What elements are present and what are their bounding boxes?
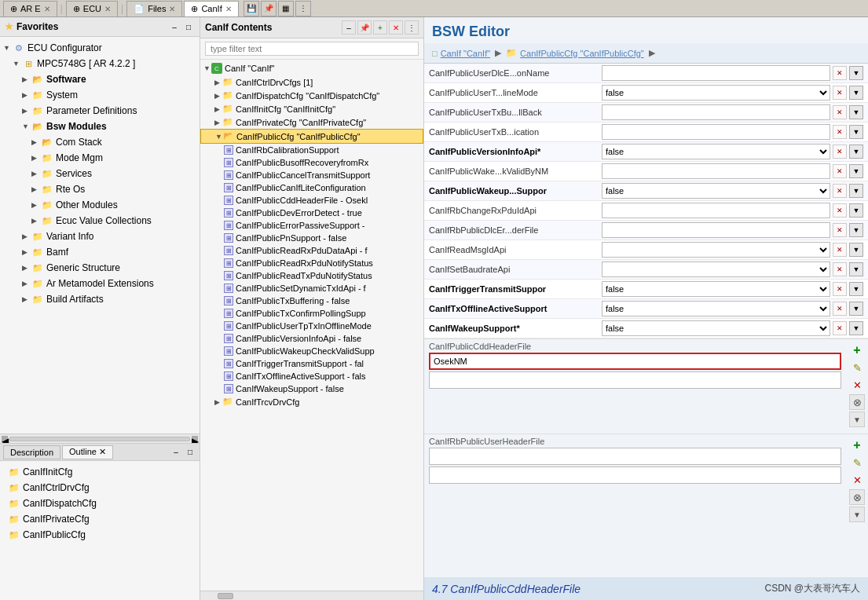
prop-version-select[interactable]: false true <box>602 144 830 159</box>
scroll-right[interactable]: ▶ <box>192 436 198 442</box>
prop-version-clear[interactable]: ✕ <box>833 145 847 159</box>
outline-item-4[interactable]: 📁 CanIfPrivateCfg <box>5 511 195 527</box>
prop-wakeup-valid-input[interactable] <box>602 163 830 179</box>
tab-ecu-close[interactable]: ✕ <box>104 5 111 13</box>
mid-private[interactable]: ▶ 📁 CanIfPrivateCfg "CanIfPrivateCfg" <box>200 115 423 129</box>
mid-tx-confirm[interactable]: ⊞ CanIfPublicTxConfirmPollingSupp <box>200 307 423 320</box>
scroll-thumb[interactable] <box>218 593 233 599</box>
prop-wakeup-clear[interactable]: ✕ <box>833 321 847 335</box>
tree-mpc[interactable]: ▼ ⊞ MPC5748G [ AR 4.2.2 ] <box>0 56 200 71</box>
tab-canif[interactable]: ⊕ CanIf ✕ <box>184 1 238 16</box>
mid-init-cfg[interactable]: ▶ 📁 CanIfInitCfg "CanIfInitCfg" <box>200 102 423 115</box>
mid-wakeup-support[interactable]: ⊞ CanIfWakeupSupport - false <box>200 382 423 395</box>
left-scrollbar[interactable]: ◀ ▶ <box>0 434 200 443</box>
prop-read-msg-clear[interactable]: ✕ <box>833 243 847 257</box>
mid-dev-error[interactable]: ⊞ CanIfPublicDevErrorDetect - true <box>200 207 423 219</box>
scroll-left[interactable]: ◀ <box>2 436 8 442</box>
mid-dispatch[interactable]: ▶ 📁 CanIfDispatchCfg "CanIfDispatchCfg" <box>200 89 423 102</box>
rb-add-btn[interactable]: + <box>849 437 865 453</box>
prop-version-down[interactable]: ▼ <box>849 145 863 159</box>
prop-wakeup-suppor-select[interactable]: false true <box>602 183 830 199</box>
mid-pn-support[interactable]: ⊞ CanIfPublicPnSupport - false <box>200 232 423 244</box>
mid-del-btn[interactable]: ✕ <box>389 20 403 35</box>
tree-generic[interactable]: ▶ 📁 Generic Structure <box>0 260 200 276</box>
toolbar-more[interactable]: ⋮ <box>295 1 311 16</box>
tree-other-modules[interactable]: ▶ 📁 Other Modules <box>0 197 200 213</box>
tree-variant[interactable]: ▶ 📁 Variant Info <box>0 229 200 244</box>
mid-pin-btn[interactable]: 📌 <box>357 20 372 35</box>
prop-read-msg-select[interactable]: false true <box>602 242 830 258</box>
prop-linemode-down[interactable]: ▼ <box>849 86 863 100</box>
prop-wakeup-down[interactable]: ▼ <box>849 321 863 335</box>
tree-mode-mgm[interactable]: ▶ 📁 Mode Mgm <box>0 150 200 166</box>
mid-lite-cfg[interactable]: ⊞ CanIfPublicCanIfLiteConfiguration <box>200 181 423 194</box>
mid-ctrl-drv[interactable]: ▶ 📁 CanIfCtrlDrvCfgs [1] <box>200 75 423 89</box>
toolbar-view[interactable]: ▦ <box>278 1 294 16</box>
mid-add-btn[interactable]: + <box>373 20 387 35</box>
mid-canif-root[interactable]: ▼ C CanIf "CanIf" <box>200 61 423 75</box>
cdd-down-btn[interactable]: ▼ <box>849 412 865 427</box>
mid-user-tp[interactable]: ⊞ CanIfPublicUserTpTxInOfflineMode <box>200 320 423 332</box>
prop-trigger-tx-down[interactable]: ▼ <box>849 282 863 296</box>
tree-param-defs[interactable]: ▶ 📁 Parameter Definitions <box>0 103 200 119</box>
mid-tx-offline[interactable]: ⊞ CanIfTxOfflineActiveSupport - fals <box>200 370 423 382</box>
rb-opt-btn[interactable]: ⊗ <box>849 489 865 505</box>
prop-trigger-tx-clear[interactable]: ✕ <box>833 282 847 296</box>
tab-are-close[interactable]: ✕ <box>44 5 50 13</box>
mid-cdd-header[interactable]: ⊞ CanIfPublicCddHeaderFile - Osekl <box>200 194 423 207</box>
mid-cancel[interactable]: ⊞ CanIfPublicCancelTransmitSupport <box>200 169 423 181</box>
tree-ecu-configurator[interactable]: ▼ ⚙ ECU Configurator <box>0 40 200 56</box>
rb-down-btn[interactable]: ▼ <box>849 507 865 522</box>
prop-rb-change-down[interactable]: ▼ <box>849 203 863 218</box>
prop-wakeup-suppor-down[interactable]: ▼ <box>849 184 863 198</box>
toolbar-save[interactable]: 💾 <box>244 1 259 16</box>
prop-rb-dlc-clear[interactable]: ✕ <box>833 223 847 237</box>
outline-item-3[interactable]: 📁 CanIfDispatchCfg <box>5 496 195 511</box>
prop-read-msg-down[interactable]: ▼ <box>849 243 863 257</box>
tab-ecu[interactable]: ⊕ ECU ✕ <box>66 1 118 16</box>
mid-read-rx-data[interactable]: ⊞ CanIfPublicReadRxPduDataApi - f <box>200 244 423 257</box>
cdd-opt-btn[interactable]: ⊗ <box>849 394 865 410</box>
mid-busoff[interactable]: ⊞ CanIfPublicBusoffRecoveryfromRx <box>200 156 423 169</box>
minimize-icon[interactable]: – <box>168 20 181 33</box>
tree-system[interactable]: ▶ 📁 System <box>0 87 200 103</box>
bc-canif[interactable]: CanIf "CanIf" <box>441 49 490 58</box>
panel-min-icon[interactable]: – <box>170 446 182 459</box>
prop-set-baud-down[interactable]: ▼ <box>849 262 863 276</box>
outline-item-2[interactable]: 📁 CanIfCtrlDrvCfg <box>5 480 195 496</box>
cdd-edit-btn[interactable]: ✎ <box>849 360 865 375</box>
mid-public-cfg[interactable]: ▼ 📂 CanIfPublicCfg "CanIfPublicCfg" <box>200 129 423 144</box>
prop-linemode-clear[interactable]: ✕ <box>833 86 847 100</box>
tab-files[interactable]: 📄 Files ✕ <box>126 1 182 16</box>
section-cdd-value2-input[interactable] <box>429 371 841 389</box>
rb-del-btn[interactable]: ✕ <box>849 472 865 488</box>
mid-rb-calib[interactable]: ⊞ CanIfRbCalibrationSupport <box>200 144 423 156</box>
cdd-add-btn[interactable]: + <box>849 342 865 358</box>
prop-rb-dlc-down[interactable]: ▼ <box>849 223 863 237</box>
section-cdd-value1-input[interactable] <box>429 353 841 370</box>
mid-wakeup-check[interactable]: ⊞ CanIfPublicWakeupCheckValidSupp <box>200 345 423 357</box>
mid-version-info[interactable]: ⊞ CanIfPublicVersionInfoApi - false <box>200 332 423 345</box>
prop-rb-change-input[interactable] <box>602 203 830 218</box>
prop-tx-offline-clear[interactable]: ✕ <box>833 302 847 316</box>
tree-software[interactable]: ▶ 📂 Software <box>0 71 200 87</box>
prop-txbu-down[interactable]: ▼ <box>849 105 863 119</box>
mid-trigger-tx[interactable]: ⊞ CanIfTriggerTransmitSupport - fal <box>200 357 423 370</box>
tree-build[interactable]: ▶ 📁 Build Artifacts <box>0 291 200 307</box>
prop-txb-clear[interactable]: ✕ <box>833 125 847 139</box>
prop-wakeup-valid-down[interactable]: ▼ <box>849 164 863 178</box>
mid-read-tx-notify[interactable]: ⊞ CanIfPublicReadTxPduNotifyStatus <box>200 269 423 282</box>
rb-edit-btn[interactable]: ✎ <box>849 455 865 470</box>
mid-dyn-txid[interactable]: ⊞ CanIfPublicSetDynamicTxIdApi - f <box>200 282 423 295</box>
mid-tx-buffering[interactable]: ⊞ CanIfPublicTxBuffering - false <box>200 295 423 307</box>
cdd-del-btn[interactable]: ✕ <box>849 377 865 393</box>
tree-ecuc[interactable]: ▶ 📁 Ecuc Value Collections <box>0 213 200 229</box>
outline-item-5[interactable]: 📁 CanIfPublicCfg <box>5 527 195 543</box>
prop-txb-down[interactable]: ▼ <box>849 125 863 139</box>
tab-are[interactable]: ⊕ AR E ✕ <box>3 1 57 16</box>
prop-dlce-input[interactable] <box>602 65 830 81</box>
section-rb-value1-input[interactable] <box>429 448 841 465</box>
mid-read-rx-notify[interactable]: ⊞ CanIfPublicReadRxPduNotifyStatus <box>200 257 423 269</box>
mid-collapse-btn[interactable]: – <box>342 20 356 35</box>
filter-input[interactable] <box>205 42 419 56</box>
